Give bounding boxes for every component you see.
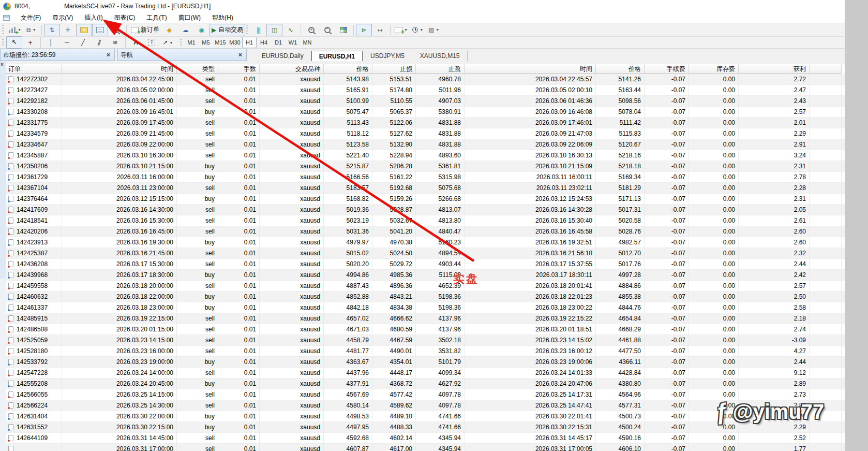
history-row[interactable]: 1424859152026.03.19 22:15:00sell0.01xauu… xyxy=(6,313,845,324)
menu-help[interactable]: 帮助(H) xyxy=(206,12,239,23)
zoom-out-button[interactable] xyxy=(319,24,335,36)
history-row[interactable]: 1423346472026.03.09 22:00:00sell0.01xauu… xyxy=(6,139,845,150)
history-row[interactable]: 1424399682026.03.17 18:30:00buy0.01xauus… xyxy=(6,270,845,281)
history-row[interactable]: 1424865082026.03.20 01:15:00sell0.01xauu… xyxy=(6,324,845,335)
history-row[interactable]: 1425552082026.03.24 20:45:00buy0.01xauus… xyxy=(6,379,845,389)
column-header-2[interactable]: 类型 xyxy=(177,64,218,74)
history-row[interactable]: 1424362082026.03.17 15:30:00sell0.01xauu… xyxy=(6,259,845,270)
history-row[interactable]: 1424595582026.03.18 20:00:00sell0.01xauu… xyxy=(6,281,845,292)
text-tool-button[interactable]: A xyxy=(128,36,144,49)
history-row[interactable]: 1424185412026.03.16 15:30:00sell0.01xauu… xyxy=(6,215,845,226)
history-row[interactable]: 1423302082026.03.09 16:45:01buy0.01xauus… xyxy=(6,107,845,118)
column-header-13[interactable] xyxy=(810,64,842,74)
menu-file[interactable]: 文件(F) xyxy=(15,12,47,23)
history-row[interactable]: 1423458872026.03.10 16:30:00sell0.01xauu… xyxy=(6,150,845,161)
column-header-8[interactable]: 时间 xyxy=(465,64,596,74)
history-row[interactable]: 1423671042026.03.11 23:00:00sell0.01xauu… xyxy=(6,183,845,194)
strategy-tester-toggle[interactable] xyxy=(108,24,124,36)
history-row[interactable]: 1423764642026.03.12 15:15:00buy0.01xauus… xyxy=(6,194,845,205)
toolbar-grip[interactable] xyxy=(246,25,248,35)
timeframe-m30[interactable]: M30 xyxy=(228,37,242,48)
zoom-in-button[interactable] xyxy=(303,24,319,36)
bar-chart-button[interactable]: ||| xyxy=(250,24,266,36)
timeframe-d1[interactable]: D1 xyxy=(271,37,286,48)
data-window-toggle[interactable]: ✛ xyxy=(60,24,76,36)
history-row[interactable]: 1424253872026.03.16 21:45:00sell0.01xauu… xyxy=(6,248,845,259)
history-row[interactable]: 1423317752026.03.09 17:45:00sell0.01xauu… xyxy=(6,118,845,128)
candlestick-button[interactable]: ◫ xyxy=(266,24,282,36)
auto-scroll-button[interactable]: ⊳ xyxy=(356,24,372,36)
community-button[interactable]: ☁ xyxy=(177,24,193,36)
signals-button[interactable]: ◉ xyxy=(193,24,209,36)
indicators-button[interactable]: ▼ xyxy=(393,24,410,36)
history-row[interactable]: 1422734272026.03.05 02:00:00sell0.01xauu… xyxy=(6,85,845,96)
timeframe-mn[interactable]: MN xyxy=(300,37,315,48)
horizontal-line-button[interactable]: ─ xyxy=(59,36,75,49)
fibonacci-button[interactable]: ≋ xyxy=(107,36,123,49)
trendline-button[interactable]: ╱ xyxy=(75,36,91,49)
arrows-tool-button[interactable]: ↗▼ xyxy=(160,36,176,49)
menu-insert[interactable]: 插入(I) xyxy=(79,12,108,23)
history-row[interactable]: 1422723022026.03.04 22:45:00sell0.01xauu… xyxy=(6,74,845,85)
close-icon[interactable]: × xyxy=(237,52,244,58)
timeframe-h1[interactable]: H1 xyxy=(242,37,257,48)
column-header-11[interactable]: 库存费 xyxy=(689,64,739,74)
cursor-tool-button[interactable]: ↖ xyxy=(6,36,22,49)
chart-tab-eurusd-h1[interactable]: EURUSD,H1 xyxy=(311,51,363,62)
menu-window[interactable]: 窗口(W) xyxy=(173,12,206,23)
history-row[interactable]: 1425281802026.03.23 16:00:00sell0.01xauu… xyxy=(6,346,845,357)
line-chart-button[interactable]: ∿ xyxy=(282,24,298,36)
column-header-7[interactable]: 止盈 xyxy=(416,64,465,74)
history-row[interactable]: 1423345792026.03.09 21:45:00sell0.01xauu… xyxy=(6,128,845,139)
close-icon[interactable]: × xyxy=(105,52,112,58)
column-header-10[interactable]: 手续费 xyxy=(645,64,689,74)
timeframe-w1[interactable]: W1 xyxy=(286,37,300,48)
metaeditor-button[interactable]: ◆ xyxy=(161,24,177,36)
menu-view[interactable]: 显示(V) xyxy=(47,12,79,23)
chart-tab-eurusd-daily[interactable]: EURUSD,Daily xyxy=(254,50,311,61)
history-row[interactable]: 1424613372026.03.18 23:00:00buy0.01xauus… xyxy=(6,302,845,313)
history-row[interactable]: 2026.03.31 17:00:00sell0.01xauusd4607.87… xyxy=(6,444,845,451)
new-chart-button[interactable]: ▼ xyxy=(6,24,23,36)
history-row[interactable]: 1423502062026.03.10 21:15:00buy0.01xauus… xyxy=(6,161,845,172)
chart-tab-xauusd-m15[interactable]: XAUUSD,M15 xyxy=(412,50,468,61)
tile-windows-button[interactable] xyxy=(335,24,351,36)
history-row[interactable]: 1425250592026.03.23 14:15:00sell0.01xauu… xyxy=(6,335,845,346)
column-header-order[interactable]: 订单 xyxy=(6,64,62,74)
market-watch-header[interactable]: 市场报价: 23:56:59 × xyxy=(0,49,115,61)
column-header-4[interactable]: 交易品种 xyxy=(260,64,324,74)
chart-tab-usdjpy-m5[interactable]: USDJPY,M5 xyxy=(363,50,412,61)
timeframe-m5[interactable]: M5 xyxy=(199,37,213,48)
templates-button[interactable]: ▨▼ xyxy=(426,24,442,36)
crosshair-tool-button[interactable]: + xyxy=(22,36,38,49)
timeframe-h4[interactable]: H4 xyxy=(257,37,271,48)
market-watch-toggle[interactable]: ⇅ xyxy=(44,24,60,36)
column-header-3[interactable]: 手数 xyxy=(218,64,260,74)
menu-charts[interactable]: 图表(C) xyxy=(109,12,141,23)
timeframe-m15[interactable]: M15 xyxy=(213,37,228,48)
history-row[interactable]: 1425337922026.03.23 19:00:00buy0.01xauus… xyxy=(6,357,845,368)
history-row[interactable]: 1425472282026.03.24 14:00:00sell0.01xauu… xyxy=(6,368,845,379)
vertical-line-button[interactable]: │ xyxy=(43,36,59,49)
column-header-12[interactable]: 获利 xyxy=(739,64,810,74)
periods-button[interactable]: ▼ xyxy=(410,24,426,36)
menu-tools[interactable]: 工具(T) xyxy=(141,12,172,23)
new-order-button[interactable]: 新订单 xyxy=(129,24,161,36)
history-row[interactable]: 1426441092026.03.31 14:45:00sell0.01xauu… xyxy=(6,433,845,444)
column-header-6[interactable]: 止损 xyxy=(372,64,416,74)
autotrading-button[interactable]: ▶自动交易 xyxy=(209,24,245,36)
profiles-button[interactable]: ⧉▼ xyxy=(23,24,39,36)
timeframe-m1[interactable]: M1 xyxy=(184,37,199,48)
history-row[interactable]: 1424202062026.03.16 16:45:00sell0.01xauu… xyxy=(6,226,845,237)
label-tool-button[interactable]: T xyxy=(144,36,160,49)
history-row[interactable]: 1424239132026.03.16 19:30:00buy0.01xauus… xyxy=(6,237,845,248)
child-window-icon[interactable] xyxy=(3,15,10,21)
history-row[interactable]: 1424606322026.03.18 22:00:00buy0.01xauus… xyxy=(6,292,845,302)
toolbar-grip[interactable] xyxy=(2,25,4,35)
navigator-toggle[interactable] xyxy=(76,24,92,36)
chart-shift-button[interactable]: ↦ xyxy=(372,24,388,36)
history-row[interactable]: 1423617292026.03.11 16:00:00buy0.01xauus… xyxy=(6,172,845,183)
terminal-toggle[interactable] xyxy=(92,24,108,36)
toolbar-grip[interactable] xyxy=(180,38,182,47)
channel-button[interactable]: ∥ xyxy=(91,36,107,49)
